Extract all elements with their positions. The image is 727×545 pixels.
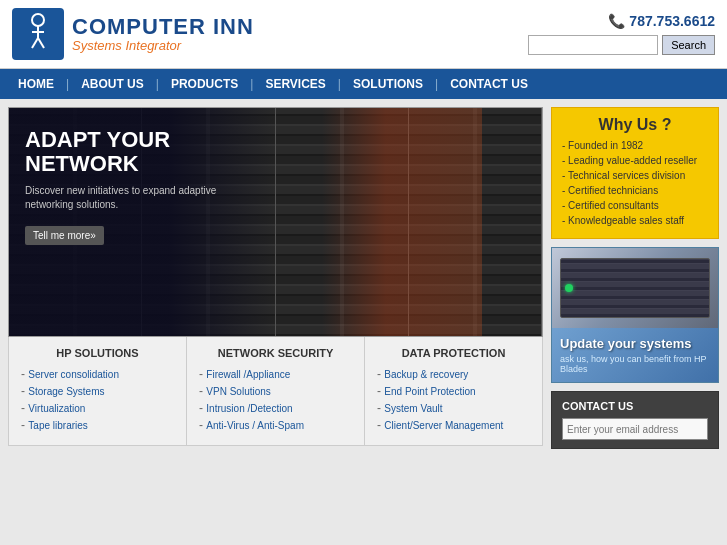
contact-title: CONTACT US	[562, 400, 708, 412]
sidebar: Why Us ? Founded in 1982 Leading value-a…	[551, 107, 719, 449]
hp-blades-box: Update your systems ask us, how you can …	[551, 247, 719, 383]
logo-text: COMPUTER INN Systems Integrator	[72, 16, 254, 53]
hero-banner: ADAPT YOURNETWORK Discover new initiativ…	[8, 107, 543, 337]
header-right: 📞 787.753.6612 Search	[528, 13, 715, 55]
nav-sep-1: |	[64, 77, 71, 91]
nav-solutions[interactable]: SOLUTIONS	[343, 69, 433, 99]
net-link-3[interactable]: Intrusion /Detection	[206, 403, 292, 414]
solution-hp: HP SOLUTIONS Server consolidation Storag…	[9, 337, 187, 445]
logo-icon	[12, 8, 64, 60]
hero-title: ADAPT YOURNETWORK	[25, 128, 260, 176]
net-link-2[interactable]: VPN Solutions	[206, 386, 270, 397]
list-item: Anti-Virus / Anti-Spam	[199, 418, 352, 432]
data-link-3[interactable]: System Vault	[384, 403, 442, 414]
hero-person	[322, 108, 482, 336]
hp-link-4[interactable]: Tape libraries	[28, 420, 87, 431]
hp-blades-text: Update your systems ask us, how you can …	[552, 328, 718, 382]
data-link-1[interactable]: Backup & recovery	[384, 369, 468, 380]
search-button[interactable]: Search	[662, 35, 715, 55]
company-tagline: Systems Integrator	[72, 38, 254, 53]
net-link-4[interactable]: Anti-Virus / Anti-Spam	[206, 420, 304, 431]
why-us-list: Founded in 1982 Leading value-added rese…	[562, 140, 708, 226]
solution-network-title: NETWORK SECURITY	[199, 347, 352, 359]
list-item: Storage Systems	[21, 384, 174, 398]
solution-data-title: DATA PROTECTION	[377, 347, 530, 359]
why-us-box: Why Us ? Founded in 1982 Leading value-a…	[551, 107, 719, 239]
hero-cta[interactable]: Tell me more	[25, 226, 104, 245]
list-item: End Point Protection	[377, 384, 530, 398]
phone-icon: 📞	[608, 13, 625, 29]
list-item: Leading value-added reseller	[562, 155, 708, 166]
solution-hp-list: Server consolidation Storage Systems Vir…	[21, 367, 174, 432]
solutions-bar: HP SOLUTIONS Server consolidation Storag…	[8, 337, 543, 446]
logo-area: COMPUTER INN Systems Integrator	[12, 8, 254, 60]
nav-sep-5: |	[433, 77, 440, 91]
nav-inner: HOME | ABOUT US | PRODUCTS | SERVICES | …	[0, 69, 727, 99]
hp-blades-title: Update your systems	[560, 336, 710, 351]
email-input[interactable]	[562, 418, 708, 440]
list-item: Technical services division	[562, 170, 708, 181]
main: ADAPT YOURNETWORK Discover new initiativ…	[0, 99, 727, 457]
nav-sep-3: |	[248, 77, 255, 91]
nav-contact[interactable]: CONTACT US	[440, 69, 538, 99]
list-item: Virtualization	[21, 401, 174, 415]
data-link-4[interactable]: Client/Server Management	[384, 420, 503, 431]
nav-services[interactable]: SERVICES	[255, 69, 335, 99]
list-item: Firewall /Appliance	[199, 367, 352, 381]
nav-about[interactable]: ABOUT US	[71, 69, 154, 99]
hp-link-2[interactable]: Storage Systems	[28, 386, 104, 397]
server-visual	[560, 258, 709, 318]
list-item: Certified technicians	[562, 185, 708, 196]
net-link-1[interactable]: Firewall /Appliance	[206, 369, 290, 380]
nav-sep-4: |	[336, 77, 343, 91]
solution-network-list: Firewall /Appliance VPN Solutions Intrus…	[199, 367, 352, 432]
data-link-2[interactable]: End Point Protection	[384, 386, 475, 397]
phone-area: 📞 787.753.6612	[608, 13, 715, 29]
solution-hp-title: HP SOLUTIONS	[21, 347, 174, 359]
list-item: System Vault	[377, 401, 530, 415]
solution-data: DATA PROTECTION Backup & recovery End Po…	[365, 337, 542, 445]
why-us-title: Why Us ?	[562, 116, 708, 134]
search-area: Search	[528, 35, 715, 55]
header: COMPUTER INN Systems Integrator 📞 787.75…	[0, 0, 727, 69]
nav-sep-2: |	[154, 77, 161, 91]
solution-network: NETWORK SECURITY Firewall /Appliance VPN…	[187, 337, 365, 445]
nav-home[interactable]: HOME	[8, 69, 64, 99]
search-input[interactable]	[528, 35, 658, 55]
hp-blades-subtitle: ask us, how you can benefit from HP Blad…	[560, 354, 710, 374]
list-item: Certified consultants	[562, 200, 708, 211]
contact-box: CONTACT US	[551, 391, 719, 449]
hero-overlay: ADAPT YOURNETWORK Discover new initiativ…	[9, 108, 276, 336]
nav: HOME | ABOUT US | PRODUCTS | SERVICES | …	[0, 69, 727, 99]
phone-number: 787.753.6612	[629, 13, 715, 29]
hp-link-1[interactable]: Server consolidation	[28, 369, 119, 380]
hero-subtitle: Discover new initiatives to expand adapt…	[25, 184, 260, 212]
list-item: VPN Solutions	[199, 384, 352, 398]
nav-products[interactable]: PRODUCTS	[161, 69, 248, 99]
hp-blades-image	[552, 248, 718, 328]
list-item: Client/Server Management	[377, 418, 530, 432]
list-item: Tape libraries	[21, 418, 174, 432]
list-item: Knowledgeable sales staff	[562, 215, 708, 226]
list-item: Backup & recovery	[377, 367, 530, 381]
company-name: COMPUTER INN	[72, 16, 254, 38]
list-item: Intrusion /Detection	[199, 401, 352, 415]
content-left: ADAPT YOURNETWORK Discover new initiativ…	[8, 107, 543, 449]
solution-data-list: Backup & recovery End Point Protection S…	[377, 367, 530, 432]
hp-link-3[interactable]: Virtualization	[28, 403, 85, 414]
list-item: Founded in 1982	[562, 140, 708, 151]
list-item: Server consolidation	[21, 367, 174, 381]
